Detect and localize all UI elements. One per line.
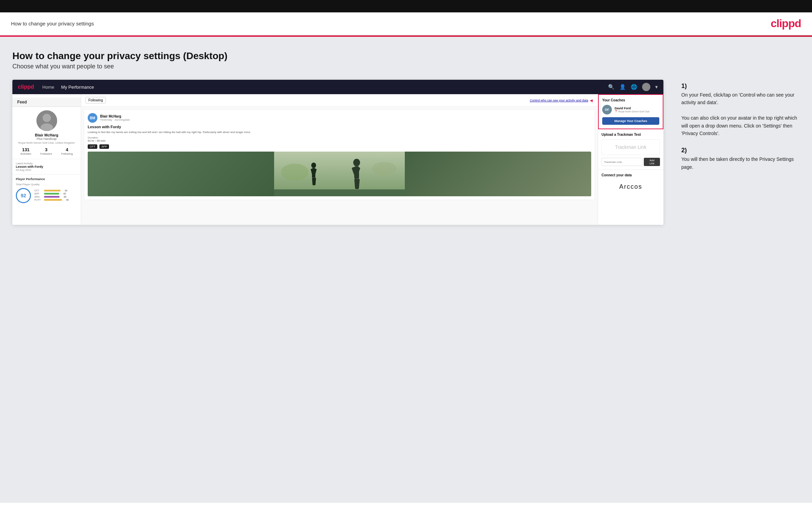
coach-avatar: DF <box>602 105 612 114</box>
main-subtitle: Choose what you want people to see <box>12 63 800 70</box>
manage-coaches-button[interactable]: Manage Your Coaches <box>602 117 659 125</box>
add-link-button[interactable]: Add Link <box>644 158 660 166</box>
svg-point-1 <box>43 114 51 122</box>
user-avatar-nav[interactable] <box>642 83 650 91</box>
stat-followers: 3 Followers <box>40 147 52 155</box>
coaches-highlighted-box: Your Coaches DF David Ford 📍 Royal North… <box>598 94 663 129</box>
search-icon[interactable]: 🔍 <box>608 84 615 90</box>
profile-handicap: Plus Handicap <box>16 137 77 141</box>
svg-point-6 <box>311 163 316 168</box>
top-bar <box>0 0 812 12</box>
latest-activity: Latest Activity Lesson with Fordy 03 Aug… <box>12 159 81 175</box>
nav-link-home[interactable]: Home <box>42 85 54 90</box>
svg-point-12 <box>353 159 360 166</box>
main-title: How to change your privacy settings (Des… <box>12 51 800 62</box>
post-author: BM Blair McHarg Yesterday · Sunningdale <box>88 113 591 123</box>
instruction-1-number: 1) <box>681 82 800 90</box>
svg-rect-18 <box>274 189 405 196</box>
post-card: BM Blair McHarg Yesterday · Sunningdale … <box>84 109 595 200</box>
bar-arg: ARG 86 <box>34 196 69 198</box>
instruction-1-text: On your Feed, click/tap on 'Control who … <box>681 91 800 137</box>
two-column-layout: clippd Home My Performance 🔍 👤 🌐 ▾ Feed <box>12 80 800 225</box>
app-main-header: Following Control who can see your activ… <box>81 94 598 107</box>
app-right-panel: Your Coaches DF David Ford 📍 Royal North… <box>598 94 663 225</box>
bar-putt: PUTT 96 <box>34 199 69 201</box>
trackman-title: Upload a Trackman Test <box>602 133 660 136</box>
coach-club: 📍 Royal North Devon Golf Club <box>615 110 649 113</box>
page-title: How to change your privacy settings <box>11 21 94 26</box>
following-button[interactable]: Following <box>85 97 106 103</box>
arccos-logo: Arccos <box>602 180 660 194</box>
svg-point-4 <box>281 164 308 181</box>
app-sidebar: Feed Blair McHarg Plus Handicap Royal No… <box>12 94 81 225</box>
app-mockup-panel: clippd Home My Performance 🔍 👤 🌐 ▾ Feed <box>12 80 663 225</box>
post-title: Lesson with Fordy <box>88 125 591 129</box>
arrow-right-icon: ◄ <box>589 98 594 103</box>
main-content: How to change your privacy settings (Des… <box>0 37 812 503</box>
profile-stats: 131 Activities 3 Followers 4 Following <box>16 147 77 155</box>
tag-ott: OTT <box>88 144 97 149</box>
app-logo: clippd <box>18 84 34 90</box>
coaches-title: Your Coaches <box>602 98 659 102</box>
quality-bars: OTT 90 APP 85 ARG <box>34 189 69 202</box>
trackman-input-row: Add Link <box>602 158 660 166</box>
stat-following: 4 Following <box>61 147 73 155</box>
post-duration: Duration 01 hr : 30 min <box>88 136 591 142</box>
instruction-2-number: 2) <box>681 147 800 154</box>
app-body: Feed Blair McHarg Plus Handicap Royal No… <box>12 94 663 225</box>
trackman-input[interactable] <box>602 158 642 166</box>
coach-item: DF David Ford 📍 Royal North Devon Golf C… <box>602 105 659 114</box>
instructions-panel: 1) On your Feed, click/tap on 'Control w… <box>676 80 800 180</box>
coach-info: David Ford 📍 Royal North Devon Golf Club <box>615 107 649 113</box>
app-main-feed: Following Control who can see your activ… <box>81 94 598 225</box>
app-navbar: clippd Home My Performance 🔍 👤 🌐 ▾ <box>12 80 663 94</box>
connect-title: Connect your data <box>602 173 660 177</box>
control-link[interactable]: Control who can see your activity and da… <box>530 99 588 102</box>
clippd-logo: clippd <box>771 17 801 30</box>
app-nav-right: 🔍 👤 🌐 ▾ <box>608 83 658 91</box>
bar-ott: OTT 90 <box>34 189 69 192</box>
player-performance: Player Performance Total Player Quality … <box>12 175 81 206</box>
profile-club: Royal North Devon Golf Club, United King… <box>16 141 77 144</box>
post-image <box>88 152 591 196</box>
location-icon: 📍 <box>615 110 618 113</box>
site-header: How to change your privacy settings clip… <box>0 12 812 35</box>
app-nav-links: Home My Performance <box>42 85 94 90</box>
profile-avatar <box>36 110 57 131</box>
feed-tab[interactable]: Feed <box>12 98 81 107</box>
chevron-down-icon[interactable]: ▾ <box>655 84 658 90</box>
post-tags: OTT APP <box>88 144 591 149</box>
profile-name: Blair McHarg <box>16 133 77 137</box>
post-author-info: Blair McHarg Yesterday · Sunningdale <box>100 114 130 121</box>
globe-icon[interactable]: 🌐 <box>631 84 637 90</box>
instruction-1: 1) On your Feed, click/tap on 'Control w… <box>681 82 800 137</box>
post-description: Looking to feel like my hands are exitin… <box>88 130 591 134</box>
connect-section: Connect your data Arccos <box>598 170 663 197</box>
site-footer: Copyright Clippd 2022 <box>0 503 812 507</box>
trackman-section: Upload a Trackman Test Trackman Link Add… <box>598 129 663 170</box>
profile-card: Blair McHarg Plus Handicap Royal North D… <box>12 107 81 159</box>
quality-wrap: 92 OTT 90 APP 85 <box>16 188 77 203</box>
trackman-placeholder: Trackman Link <box>602 139 660 155</box>
content-header: How to change your privacy settings (Des… <box>12 51 800 70</box>
bar-app: APP 85 <box>34 192 69 195</box>
svg-point-5 <box>372 162 396 176</box>
post-avatar: BM <box>88 113 97 123</box>
person-icon[interactable]: 👤 <box>619 84 626 90</box>
quality-score: 92 <box>16 188 31 203</box>
instruction-2-text: You will then be taken directly to the P… <box>681 155 800 171</box>
instruction-2: 2) You will then be taken directly to th… <box>681 147 800 171</box>
tag-app: APP <box>99 144 109 149</box>
nav-link-performance[interactable]: My Performance <box>61 85 94 90</box>
coaches-section: Your Coaches DF David Ford 📍 Royal North… <box>599 95 663 129</box>
stat-activities: 131 Activities <box>20 147 31 155</box>
